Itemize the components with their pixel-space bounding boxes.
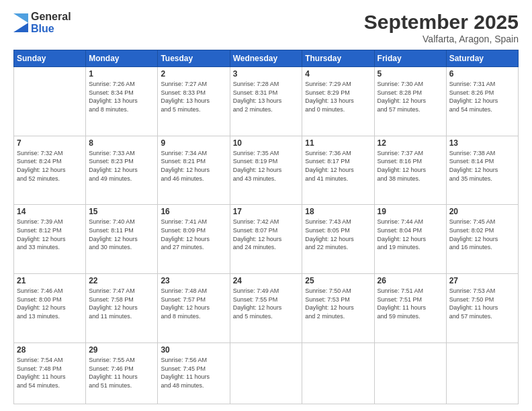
calendar-cell: 18Sunrise: 7:43 AMSunset: 8:05 PMDayligh… [302,205,374,274]
calendar-cell: 29Sunrise: 7:55 AMSunset: 7:46 PMDayligh… [86,342,158,404]
day-info: Sunrise: 7:26 AMSunset: 8:34 PMDaylight:… [89,80,154,113]
calendar-cell: 11Sunrise: 7:36 AMSunset: 8:17 PMDayligh… [302,136,374,205]
calendar-header-row: SundayMondayTuesdayWednesdayThursdayFrid… [14,50,519,67]
calendar-week-row: 1Sunrise: 7:26 AMSunset: 8:34 PMDaylight… [14,67,519,136]
calendar-cell [446,342,518,404]
day-number: 18 [305,207,371,216]
calendar-cell: 16Sunrise: 7:41 AMSunset: 8:09 PMDayligh… [158,205,230,274]
calendar-cell [14,67,86,136]
day-number: 21 [17,276,83,285]
calendar-table: SundayMondayTuesdayWednesdayThursdayFrid… [13,50,519,404]
day-number: 29 [89,345,154,355]
day-number: 26 [378,276,443,285]
calendar-cell: 1Sunrise: 7:26 AMSunset: 8:34 PMDaylight… [86,67,158,136]
calendar-cell: 19Sunrise: 7:44 AMSunset: 8:04 PMDayligh… [374,205,446,274]
calendar-week-row: 21Sunrise: 7:46 AMSunset: 8:00 PMDayligh… [14,274,519,343]
day-info: Sunrise: 7:38 AMSunset: 8:14 PMDaylight:… [449,149,515,183]
calendar-cell: 22Sunrise: 7:47 AMSunset: 7:58 PMDayligh… [86,274,158,343]
day-number: 7 [17,138,83,148]
day-info: Sunrise: 7:27 AMSunset: 8:33 PMDaylight:… [161,80,226,113]
day-number: 9 [161,138,226,148]
day-info: Sunrise: 7:44 AMSunset: 8:04 PMDaylight:… [378,218,443,251]
day-info: Sunrise: 7:39 AMSunset: 8:12 PMDaylight:… [17,218,83,251]
calendar-cell: 13Sunrise: 7:38 AMSunset: 8:14 PMDayligh… [446,136,518,205]
day-info: Sunrise: 7:30 AMSunset: 8:28 PMDaylight:… [378,80,443,113]
day-number: 10 [233,138,300,148]
calendar-day-header: Wednesday [230,50,302,67]
day-info: Sunrise: 7:34 AMSunset: 8:21 PMDaylight:… [161,149,226,183]
calendar-cell: 4Sunrise: 7:29 AMSunset: 8:29 PMDaylight… [302,67,374,136]
calendar-day-header: Friday [374,50,446,67]
calendar-cell: 10Sunrise: 7:35 AMSunset: 8:19 PMDayligh… [230,136,302,205]
calendar-day-header: Thursday [302,50,374,67]
day-number: 12 [378,138,443,148]
day-number: 1 [89,69,154,79]
logo-icon [13,13,28,32]
day-number: 8 [89,138,154,148]
calendar-cell: 12Sunrise: 7:37 AMSunset: 8:16 PMDayligh… [374,136,446,205]
header: General Blue September 2025 Valfarta, Ar… [13,11,519,44]
calendar-day-header: Monday [86,50,158,67]
calendar-week-row: 28Sunrise: 7:54 AMSunset: 7:48 PMDayligh… [14,342,519,404]
day-number: 14 [17,207,83,216]
logo: General Blue [13,11,71,36]
calendar-day-header: Tuesday [158,50,230,67]
calendar-cell: 5Sunrise: 7:30 AMSunset: 8:28 PMDaylight… [374,67,446,136]
day-info: Sunrise: 7:37 AMSunset: 8:16 PMDaylight:… [378,149,443,183]
day-number: 25 [305,276,371,285]
day-info: Sunrise: 7:47 AMSunset: 7:58 PMDaylight:… [89,287,154,320]
day-number: 30 [161,345,226,355]
calendar-cell: 21Sunrise: 7:46 AMSunset: 8:00 PMDayligh… [14,274,86,343]
day-number: 2 [161,69,226,79]
day-info: Sunrise: 7:53 AMSunset: 7:50 PMDaylight:… [449,287,515,320]
day-info: Sunrise: 7:40 AMSunset: 8:11 PMDaylight:… [89,218,154,251]
day-info: Sunrise: 7:29 AMSunset: 8:29 PMDaylight:… [305,80,371,113]
day-info: Sunrise: 7:43 AMSunset: 8:05 PMDaylight:… [305,218,371,251]
month-title: September 2025 [364,11,519,34]
calendar-cell: 30Sunrise: 7:56 AMSunset: 7:45 PMDayligh… [158,342,230,404]
day-number: 19 [378,207,443,216]
svg-marker-1 [13,13,28,23]
day-number: 22 [89,276,154,285]
day-number: 28 [17,345,83,355]
calendar-cell: 6Sunrise: 7:31 AMSunset: 8:26 PMDaylight… [446,67,518,136]
calendar-cell: 27Sunrise: 7:53 AMSunset: 7:50 PMDayligh… [446,274,518,343]
calendar-cell: 26Sunrise: 7:51 AMSunset: 7:51 PMDayligh… [374,274,446,343]
calendar-cell: 9Sunrise: 7:34 AMSunset: 8:21 PMDaylight… [158,136,230,205]
day-number: 20 [449,207,515,216]
calendar-cell [374,342,446,404]
day-number: 6 [449,69,515,79]
calendar-cell: 17Sunrise: 7:42 AMSunset: 8:07 PMDayligh… [230,205,302,274]
calendar-cell: 28Sunrise: 7:54 AMSunset: 7:48 PMDayligh… [14,342,86,404]
day-number: 11 [305,138,371,148]
day-info: Sunrise: 7:48 AMSunset: 7:57 PMDaylight:… [161,287,226,320]
day-info: Sunrise: 7:42 AMSunset: 8:07 PMDaylight:… [233,218,300,251]
day-number: 23 [161,276,226,285]
calendar-cell: 8Sunrise: 7:33 AMSunset: 8:23 PMDaylight… [86,136,158,205]
day-number: 4 [305,69,371,79]
day-info: Sunrise: 7:54 AMSunset: 7:48 PMDaylight:… [17,356,83,390]
calendar-cell: 20Sunrise: 7:45 AMSunset: 8:02 PMDayligh… [446,205,518,274]
day-number: 5 [378,69,443,79]
logo-text: General Blue [31,11,71,36]
day-info: Sunrise: 7:56 AMSunset: 7:45 PMDaylight:… [161,356,226,390]
calendar-cell: 15Sunrise: 7:40 AMSunset: 8:11 PMDayligh… [86,205,158,274]
day-info: Sunrise: 7:33 AMSunset: 8:23 PMDaylight:… [89,149,154,183]
day-info: Sunrise: 7:31 AMSunset: 8:26 PMDaylight:… [449,80,515,113]
calendar-day-header: Sunday [14,50,86,67]
day-info: Sunrise: 7:46 AMSunset: 8:00 PMDaylight:… [17,287,83,320]
calendar-cell: 14Sunrise: 7:39 AMSunset: 8:12 PMDayligh… [14,205,86,274]
day-info: Sunrise: 7:28 AMSunset: 8:31 PMDaylight:… [233,80,300,113]
calendar-cell: 2Sunrise: 7:27 AMSunset: 8:33 PMDaylight… [158,67,230,136]
calendar-cell [230,342,302,404]
day-number: 17 [233,207,300,216]
day-info: Sunrise: 7:36 AMSunset: 8:17 PMDaylight:… [305,149,371,183]
day-info: Sunrise: 7:35 AMSunset: 8:19 PMDaylight:… [233,149,300,183]
day-info: Sunrise: 7:49 AMSunset: 7:55 PMDaylight:… [233,287,300,320]
calendar-cell: 3Sunrise: 7:28 AMSunset: 8:31 PMDaylight… [230,67,302,136]
day-info: Sunrise: 7:32 AMSunset: 8:24 PMDaylight:… [17,149,83,183]
day-number: 13 [449,138,515,148]
logo-blue: Blue [31,23,54,34]
day-number: 24 [233,276,300,285]
calendar-cell: 24Sunrise: 7:49 AMSunset: 7:55 PMDayligh… [230,274,302,343]
